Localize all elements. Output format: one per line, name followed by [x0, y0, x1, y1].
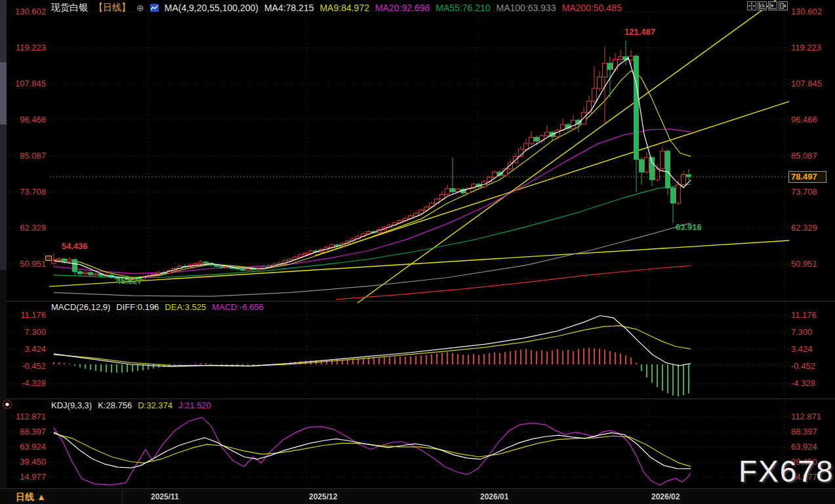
- ma4-value: MA4:78.215: [264, 3, 314, 13]
- k-value: K:28.756: [98, 400, 132, 410]
- candle[interactable]: [619, 57, 623, 60]
- candle[interactable]: [251, 269, 256, 269]
- chart-canvas[interactable]: [0, 0, 835, 504]
- axis-divider: [122, 489, 123, 504]
- candle[interactable]: [650, 157, 655, 180]
- period-arrow-icon: ▲: [37, 492, 46, 502]
- candle[interactable]: [634, 56, 639, 160]
- macd-axis-label-right: 3.424: [791, 345, 813, 354]
- candle[interactable]: [225, 267, 230, 267]
- ma55-line: [54, 184, 691, 278]
- candle[interactable]: [493, 172, 497, 178]
- candle[interactable]: [57, 259, 62, 260]
- time-axis-bar: 日线 ▲ 2025/112025/122026/012026/02: [0, 488, 835, 504]
- chart-stage: 现货白银【日线】⊕MA(4,9,20,55,100,200)MA4:78.215…: [0, 0, 835, 504]
- candle[interactable]: [608, 63, 613, 69]
- price-axis-label-right: 130.602: [791, 7, 822, 16]
- high-annotation: 54.436: [62, 241, 88, 251]
- date-label: 2025/11: [151, 492, 179, 501]
- candle[interactable]: [445, 189, 450, 195]
- price-axis-label-right: 107.845: [791, 79, 822, 88]
- candle[interactable]: [682, 174, 686, 184]
- candle[interactable]: [440, 194, 445, 199]
- crosshair-icon[interactable]: [747, 1, 756, 10]
- candle[interactable]: [330, 245, 335, 247]
- macd-axis-label-right: 11.176: [791, 311, 817, 320]
- period-tag: 【日线】: [94, 2, 131, 14]
- candle[interactable]: [414, 213, 418, 216]
- candle[interactable]: [298, 255, 303, 257]
- axis-chart-icon[interactable]: [758, 1, 767, 10]
- candle[interactable]: [419, 210, 424, 214]
- candle[interactable]: [193, 263, 198, 265]
- candle[interactable]: [204, 262, 209, 263]
- low-annotation: 45.527: [116, 276, 142, 286]
- candle[interactable]: [220, 267, 224, 267]
- candle[interactable]: [629, 56, 634, 60]
- kdj-axis-label-left: 14.977: [0, 473, 46, 482]
- candle[interactable]: [598, 77, 602, 88]
- candle[interactable]: [671, 188, 676, 203]
- candle[interactable]: [235, 269, 240, 269]
- candle[interactable]: [545, 132, 550, 136]
- candle[interactable]: [529, 137, 534, 144]
- axis-play-icon[interactable]: [768, 1, 777, 10]
- candle[interactable]: [304, 253, 308, 254]
- period-selector[interactable]: 日线 ▲: [16, 492, 46, 503]
- candle[interactable]: [73, 260, 77, 271]
- symbol-name: 现货白银: [51, 2, 88, 14]
- candle[interactable]: [451, 189, 455, 192]
- candle[interactable]: [78, 271, 83, 273]
- drawing-anchor-icon[interactable]: [45, 256, 52, 261]
- ma9-line: [54, 71, 691, 278]
- candle[interactable]: [687, 174, 691, 176]
- date-label: 2026/02: [651, 492, 680, 501]
- candle[interactable]: [535, 137, 539, 141]
- candle[interactable]: [288, 260, 293, 261]
- candle[interactable]: [666, 151, 670, 188]
- candle[interactable]: [676, 185, 681, 203]
- kdj-axis-label-right: 88.397: [791, 427, 817, 436]
- candle[interactable]: [603, 63, 607, 77]
- price-axis-label-left: 119.223: [0, 43, 46, 52]
- candle[interactable]: [661, 151, 665, 169]
- ma100-line: [54, 223, 691, 296]
- ma100-value: MA100:63.933: [497, 3, 556, 13]
- kdj-axis-label-left: 63.924: [0, 442, 46, 452]
- price-axis-label-left: 73.708: [0, 187, 46, 197]
- mini-chart-icon[interactable]: [150, 4, 159, 12]
- candle[interactable]: [214, 265, 219, 266]
- candle[interactable]: [524, 144, 529, 149]
- price-panel-header: 现货白银【日线】⊕MA(4,9,20,55,100,200)MA4:78.215…: [51, 2, 622, 14]
- candle[interactable]: [241, 269, 245, 270]
- ma20-line: [54, 129, 691, 273]
- ma-settings: MA(4,9,20,55,100,200): [165, 3, 258, 13]
- candle[interactable]: [645, 157, 649, 172]
- candle[interactable]: [94, 274, 98, 275]
- ma55-value: MA55:76.210: [436, 3, 490, 13]
- dea-value: DEA:3.525: [165, 302, 206, 312]
- live-indicator-icon[interactable]: [2, 399, 12, 412]
- candle[interactable]: [68, 260, 72, 262]
- price-axis-label-left: 62.329: [0, 223, 46, 233]
- candle[interactable]: [571, 120, 576, 128]
- candle[interactable]: [592, 88, 597, 101]
- candle[interactable]: [540, 136, 544, 141]
- candle[interactable]: [89, 273, 93, 275]
- candle[interactable]: [83, 273, 88, 274]
- date-label: 2026/01: [480, 492, 508, 501]
- candle[interactable]: [199, 262, 203, 263]
- macd-axis-label-left: 7.300: [0, 328, 46, 337]
- left-sidebar-lower: [0, 125, 7, 270]
- candle[interactable]: [246, 269, 251, 270]
- candle[interactable]: [309, 251, 314, 253]
- candle[interactable]: [640, 159, 644, 172]
- candle[interactable]: [655, 169, 660, 180]
- exit-icon[interactable]: [779, 1, 788, 10]
- kdj-panel-header: KDJ(9,3,3)K:28.756D:32.374J:21.520: [51, 400, 211, 410]
- d-value: D:32.374: [138, 400, 173, 410]
- high-annotation: 121.487: [624, 27, 655, 37]
- date-label: 2025/12: [309, 492, 337, 501]
- price-axis-label-left: 130.602: [0, 7, 46, 16]
- candle[interactable]: [62, 259, 67, 262]
